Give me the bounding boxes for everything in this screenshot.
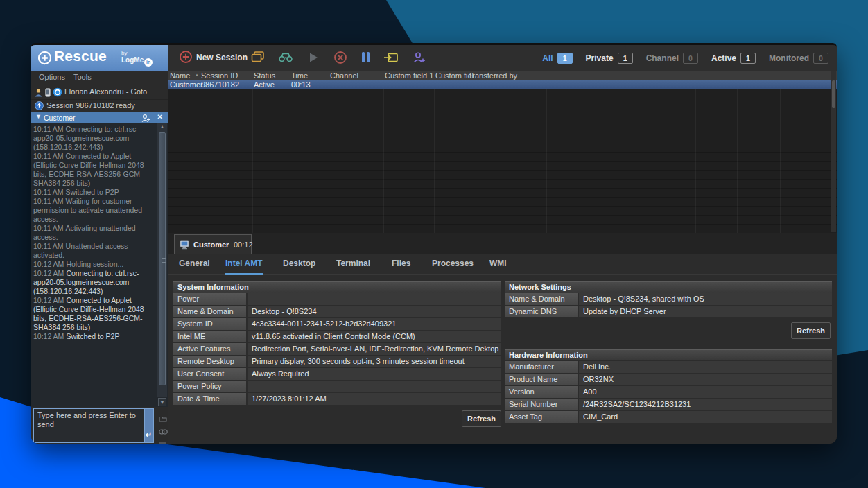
info-row: Power [173, 293, 501, 305]
detail-tabs: General Intel AMT Desktop Terminal Files… [168, 254, 837, 274]
tab-files[interactable]: Files [392, 254, 410, 273]
info-row: User ConsentAlways Required [173, 368, 501, 380]
new-session-icon[interactable] [179, 50, 193, 67]
session-row-status: Active [254, 80, 275, 89]
session-row-id: 986710182 [201, 80, 239, 89]
logo-logmein-text: LogMein [121, 56, 153, 67]
column-header-status[interactable]: Status [254, 71, 275, 80]
info-row: Serial Number/24R32SA2/SC1234212B31231 [505, 399, 832, 410]
session-tab-name: Customer [193, 241, 229, 249]
menu-options[interactable]: Options [39, 73, 65, 81]
column-header-channel[interactable]: Channel [330, 71, 358, 80]
chat-message: 10:11 AMActivating unattended access. [33, 224, 155, 242]
chat-message: 10:11 AMUnattended access activated. [33, 242, 155, 260]
menu-tools[interactable]: Tools [73, 73, 92, 81]
chat-input-field[interactable] [34, 409, 153, 442]
link-icon[interactable] [159, 425, 168, 437]
info-row: Dynamic DNSUpdate by DHCP Server [505, 306, 832, 317]
sidebar-menu-bar: Options Tools [31, 71, 168, 85]
filter-private[interactable]: Private1 [586, 53, 633, 64]
main-area: New Session [168, 45, 837, 444]
session-row-name: Customer [170, 80, 203, 89]
invite-technician-icon[interactable] [413, 51, 426, 67]
hold-session-icon[interactable] [361, 51, 370, 66]
network-settings-title: Network Settings [505, 281, 832, 293]
chevron-down-icon[interactable]: ▼ [35, 113, 42, 120]
info-row: Name & DomainDesktop - Q!8S234, shared w… [505, 293, 832, 305]
chat-input[interactable]: ↵ [33, 408, 154, 443]
tab-wmi[interactable]: WMI [489, 254, 507, 273]
network-settings-refresh-button[interactable]: Refresh [791, 322, 831, 339]
tab-desktop[interactable]: Desktop [283, 254, 315, 273]
monitors-icon[interactable] [251, 51, 265, 66]
session-status-text: Session 986710182 ready [46, 101, 135, 110]
chat-scrollbar[interactable]: ▲ [157, 123, 167, 397]
rescue-brand-text: Rescue [54, 48, 107, 64]
scroll-down-icon[interactable]: ▼ [158, 398, 166, 406]
column-header-name[interactable]: Name [170, 71, 190, 80]
customer-session-tab[interactable]: Customer 00:12 [174, 234, 252, 254]
send-button[interactable]: ↵ [144, 409, 153, 442]
table-scrollbar-thumb[interactable] [832, 80, 835, 108]
session-status-row: Session 986710182 ready [31, 99, 168, 113]
scroll-up-icon[interactable]: ▲ [157, 123, 167, 130]
filter-active-count: 1 [740, 53, 756, 64]
info-row: System ID4c3c3344-0011-2341-5212-b2d32d4… [173, 318, 501, 330]
customer-panel-title: Customer [44, 114, 76, 122]
chat-message: 10:12 AMConnected to Applet (Elliptic Cu… [33, 296, 155, 332]
chat-message: 10:11 AMSwitched to P2P [33, 188, 155, 197]
customer-panel-header[interactable]: ▼ Customer ✕ [31, 112, 168, 123]
close-icon[interactable]: ✕ [157, 113, 163, 121]
tab-general[interactable]: General [179, 254, 210, 273]
session-table-empty-rows [168, 89, 837, 233]
new-session-button[interactable]: New Session [196, 53, 248, 62]
folder-icon[interactable] [159, 412, 167, 425]
session-table-header: Name ▲ Session ID Status Time Channel Cu… [168, 71, 837, 80]
chat-message: 10:11 AMWaiting for customer permission … [33, 197, 155, 224]
chat-scrollbar-thumb[interactable] [159, 132, 166, 385]
session-toolbar: New Session [168, 45, 837, 71]
phone-icon [45, 87, 51, 100]
filter-all-count: 1 [557, 53, 573, 64]
filter-channel-count: 0 [683, 53, 698, 64]
filter-active[interactable]: Active1 [711, 53, 756, 64]
enter-icon: ↵ [146, 430, 152, 439]
column-header-transferred-by[interactable]: Transferred by [468, 71, 517, 80]
session-row-selected[interactable]: Customer 986710182 Active 00:13 [168, 80, 837, 89]
chat-message: 10:11 AMConnecting to: ctrl.rsc-app20-05… [33, 125, 155, 152]
tab-intel-amt[interactable]: Intel AMT [225, 254, 263, 274]
column-header-custom-field-1[interactable]: Custom field 1 [385, 71, 433, 80]
logo-by-text: by [121, 50, 127, 56]
end-session-icon[interactable] [333, 51, 347, 67]
info-row: Intel MEv11.8.65 activated in Client Con… [173, 331, 501, 342]
sidebar: Rescue by LogMein Options Tools Florian … [31, 45, 168, 444]
search-binoculars-icon[interactable] [278, 52, 293, 65]
session-tab-bar: Customer 00:12 [168, 233, 837, 254]
table-scrollbar[interactable] [831, 71, 836, 232]
info-row: Remote DesktopPrimary display, 300 secon… [173, 356, 501, 367]
text-size-icon[interactable] [159, 438, 167, 444]
tab-processes[interactable]: Processes [432, 254, 474, 273]
hardware-information-title: Hardware Information [505, 349, 832, 360]
sort-arrow-icon: ▲ [195, 73, 199, 77]
transfer-session-icon[interactable] [383, 52, 399, 67]
filter-monitored[interactable]: Monitored0 [769, 53, 828, 64]
computer-icon [180, 240, 190, 252]
filter-all[interactable]: All1 [542, 53, 572, 64]
technician-person-icon [34, 87, 43, 100]
system-information-refresh-button[interactable]: Refresh [462, 410, 501, 427]
chat-message: 10:12 AMSwitched to P2P [33, 332, 155, 341]
info-row: Product NameOR32NX [505, 374, 832, 385]
goto-logo-icon [53, 87, 62, 100]
filter-channel[interactable]: Channel0 [646, 53, 698, 64]
session-filters: All1 Private1 Channel0 Active1 Monitored… [542, 45, 828, 71]
technician-row: Florian Alexandru - Goto [31, 85, 168, 100]
session-row-time: 00:13 [291, 80, 311, 89]
tab-terminal[interactable]: Terminal [336, 254, 370, 273]
chat-message: 10:11 AMConnected to Applet (Elliptic Cu… [33, 152, 155, 188]
technician-name: Florian Alexandru - Goto [64, 87, 147, 96]
info-row: VersionA00 [505, 386, 832, 398]
column-header-session-id[interactable]: Session ID [201, 71, 238, 80]
column-header-time[interactable]: Time [291, 71, 308, 80]
start-session-icon[interactable] [309, 52, 319, 66]
